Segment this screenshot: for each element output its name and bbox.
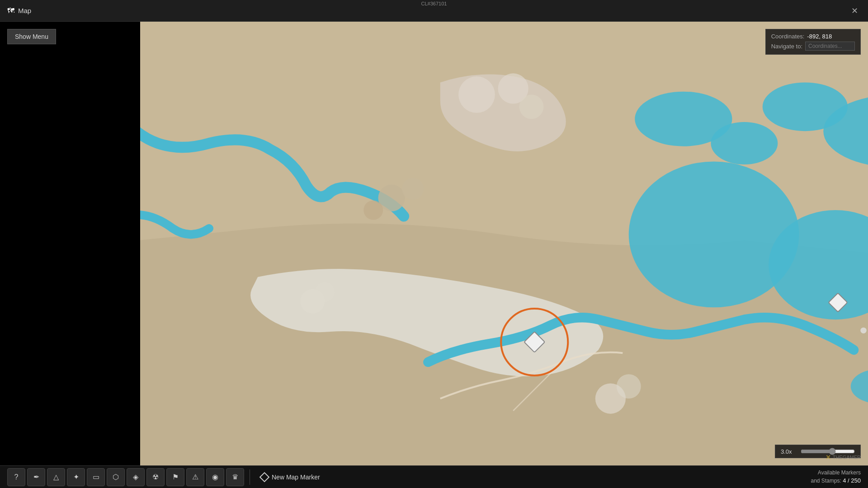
toolbar-chest-icon[interactable]: ▭ [87, 468, 105, 486]
svg-point-10 [519, 94, 544, 119]
toolbar-drop-icon[interactable]: ◈ [127, 468, 145, 486]
close-button[interactable]: ✕ [848, 5, 861, 17]
map-area[interactable]: Coordinates: -892, 818 Navigate to: 3.0x [140, 22, 868, 465]
svg-point-12 [402, 178, 424, 200]
map-svg[interactable] [140, 22, 868, 465]
toolbar-flag-icon[interactable]: ⚑ [166, 468, 184, 486]
toolbar: ? ✒ △ ✦ ▭ ⬡ ◈ ☢ ⚑ ⚠ ◉ ♛ New Map Marker A… [0, 465, 868, 488]
zoom-label: 3.0x [781, 448, 797, 455]
available-markers-label: Available Markers [818, 469, 861, 476]
coordinates-overlay: Coordinates: -892, 818 Navigate to: [765, 29, 861, 55]
watermark: ✕ THEGAMER [826, 454, 861, 461]
toolbar-feather-icon[interactable]: ✒ [27, 468, 45, 486]
toolbar-divider [250, 469, 250, 485]
svg-point-23 [860, 328, 866, 333]
toolbar-question-icon[interactable]: ? [7, 468, 25, 486]
new-marker-label: New Map Marker [272, 474, 320, 481]
toolbar-warning-icon[interactable]: ⚠ [186, 468, 204, 486]
title-bar: CL#367101 🗺 Map ✕ [0, 0, 868, 22]
coordinates-value: -892, 818 [807, 33, 832, 40]
markers-info: Available Markers and Stamps: 4 / 250 [811, 469, 861, 485]
coordinates-label: Coordinates: [771, 33, 805, 40]
brand-label: THEGAMER [833, 455, 861, 460]
svg-point-19 [315, 282, 335, 302]
new-map-marker-button[interactable]: New Map Marker [255, 471, 326, 483]
version-label: CL#367101 [421, 1, 447, 6]
stamps-label: and Stamps: [811, 478, 841, 484]
svg-point-8 [458, 76, 495, 113]
new-marker-diamond-icon [259, 472, 270, 482]
toolbar-camp-icon[interactable]: △ [47, 468, 65, 486]
svg-point-2 [711, 122, 778, 164]
toolbar-crown-icon[interactable]: ♛ [226, 468, 244, 486]
toolbar-berry-icon[interactable]: ◉ [206, 468, 224, 486]
svg-point-17 [617, 374, 641, 399]
main-content: Show Menu [0, 22, 868, 465]
show-menu-button[interactable]: Show Menu [7, 29, 56, 44]
sidebar: Show Menu [0, 22, 140, 465]
svg-point-13 [363, 200, 383, 220]
toolbar-paw-icon[interactable]: ⬡ [107, 468, 125, 486]
toolbar-star-icon[interactable]: ✦ [67, 468, 85, 486]
title-text: Map [18, 7, 31, 14]
map-icon: 🗺 [7, 7, 14, 15]
navigate-input[interactable] [805, 42, 855, 51]
brand-icon: ✕ [826, 454, 831, 461]
svg-point-6 [629, 161, 799, 307]
markers-count: 4 / 250 [843, 477, 861, 484]
navigate-label: Navigate to: [771, 43, 802, 50]
toolbar-radiation-icon[interactable]: ☢ [146, 468, 165, 486]
